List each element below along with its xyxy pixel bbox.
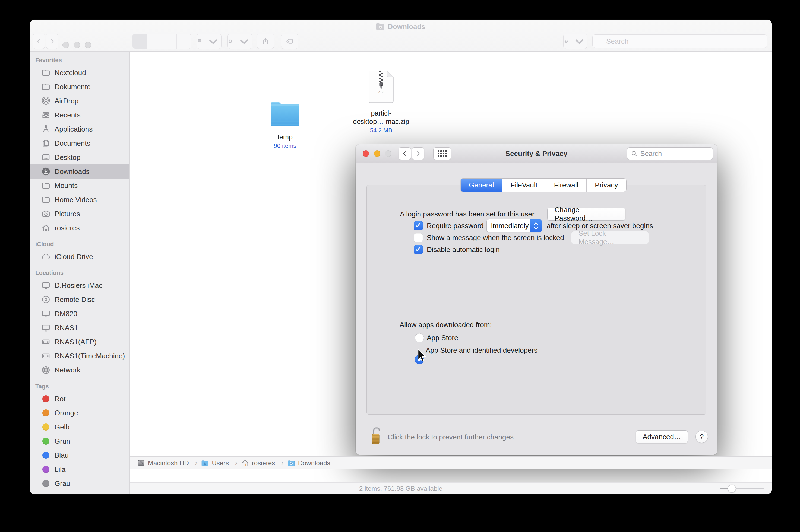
sidebar-item-label: RNAS1(TimeMachine) xyxy=(55,352,125,360)
forward-button[interactable] xyxy=(412,147,424,160)
chevron-down-icon xyxy=(205,34,221,49)
sidebar-item[interactable]: Applications xyxy=(30,122,130,136)
check-icon: ✓ xyxy=(415,222,422,229)
tab[interactable]: FileVault xyxy=(502,178,546,192)
action-menu-button[interactable] xyxy=(227,34,253,49)
sidebar-item-icon xyxy=(41,365,51,375)
sidebar-item-icon xyxy=(41,125,51,134)
zip-file-icon: ZIP xyxy=(368,71,394,103)
prefs-search-field[interactable]: Search xyxy=(627,147,713,160)
sidebar-item[interactable]: Network xyxy=(30,363,130,377)
sidebar-item-label: DM820 xyxy=(55,309,77,318)
sidebar-item[interactable]: DM820 xyxy=(30,307,130,321)
file-temp-folder[interactable]: temp 90 items xyxy=(244,100,326,150)
column-view-button[interactable] xyxy=(162,34,176,49)
app-store-radio[interactable] xyxy=(415,333,424,342)
sidebar-item[interactable]: Documents xyxy=(30,136,130,150)
chevron-down-icon xyxy=(236,34,252,49)
sidebar-tag-item[interactable]: Lila xyxy=(30,462,130,476)
sidebar-section-tags: Tags Rot Orange Gelb Grün Blau Lila xyxy=(30,381,130,491)
sidebar-item[interactable]: Downloads xyxy=(30,165,130,178)
group-by-button[interactable] xyxy=(197,34,222,49)
tab[interactable]: Firewall xyxy=(546,178,587,192)
sidebar-tag-item[interactable]: Gelb xyxy=(30,420,130,434)
help-button[interactable]: ? xyxy=(695,431,708,443)
sidebar-item[interactable]: Mounts xyxy=(30,178,130,193)
sidebar-item-icon xyxy=(41,351,51,361)
sidebar-tag-item[interactable]: Rot xyxy=(30,392,130,406)
close-button[interactable] xyxy=(62,42,69,48)
show-all-button[interactable] xyxy=(433,147,451,160)
mouse-cursor xyxy=(417,349,427,363)
sidebar-item-label: Recents xyxy=(55,111,80,119)
slider-knob[interactable] xyxy=(728,484,736,493)
tab[interactable]: Privacy xyxy=(587,178,626,192)
file-size: 54.2 MB xyxy=(340,127,422,134)
tag-button[interactable] xyxy=(281,34,298,49)
icon-view-button[interactable] xyxy=(132,34,147,49)
sidebar-item[interactable]: Dokumente xyxy=(30,80,130,94)
sidebar-tag-item[interactable]: Grün xyxy=(30,434,130,448)
sidebar-section-title: Locations xyxy=(30,267,130,278)
show-message-checkbox[interactable]: ✓ xyxy=(414,233,423,242)
sidebar-item[interactable]: AirDrop xyxy=(30,94,130,108)
sidebar-item[interactable]: RNAS1(TimeMachine) xyxy=(30,349,130,363)
stepper-icon xyxy=(530,219,542,232)
search-field[interactable]: Search xyxy=(592,35,767,48)
advanced-button[interactable]: Advanced… xyxy=(636,430,688,443)
change-password-button[interactable]: Change Password… xyxy=(547,208,626,221)
sidebar-item[interactable]: Desktop xyxy=(30,150,130,165)
tab[interactable]: General xyxy=(460,178,502,192)
tag-color-dot xyxy=(42,452,50,459)
sidebar-item-icon xyxy=(41,337,51,346)
path-segment[interactable]: Downloads xyxy=(287,459,340,467)
sidebar-item[interactable]: iCloud Drive xyxy=(30,250,130,264)
back-button[interactable] xyxy=(33,34,45,49)
forward-button[interactable] xyxy=(46,34,58,49)
file-name: temp xyxy=(244,133,326,141)
sidebar-item[interactable]: Nextcloud xyxy=(30,66,130,80)
list-view-button[interactable] xyxy=(147,34,162,49)
sidebar-item-icon xyxy=(41,281,51,290)
sidebar-item-label: D.Rosiers iMac xyxy=(55,281,103,290)
require-password-checkbox[interactable]: ✓ xyxy=(414,221,423,230)
path-segment[interactable]: Users › xyxy=(201,459,241,467)
path-segment-icon xyxy=(241,459,249,467)
sidebar-item-label: Blau xyxy=(55,451,69,460)
gallery-view-button[interactable] xyxy=(176,34,191,49)
disable-auto-login-checkbox[interactable]: ✓ xyxy=(414,245,423,254)
dropbox-icon xyxy=(563,37,569,45)
path-segment[interactable]: Macintosh HD › xyxy=(137,459,201,467)
tag-color-dot xyxy=(42,423,50,431)
unlock-icon[interactable] xyxy=(370,426,384,445)
path-segment-label: Macintosh HD xyxy=(148,459,189,467)
grid-icon xyxy=(438,150,447,157)
disable-auto-login-label: Disable automatic login xyxy=(427,243,500,256)
sidebar-tag-item[interactable]: Grau xyxy=(30,476,130,491)
sidebar-item[interactable]: Remote Disc xyxy=(30,292,130,307)
sidebar-item-label: Dokumente xyxy=(55,83,91,91)
window-controls xyxy=(62,42,91,48)
sidebar-item-icon xyxy=(41,195,51,204)
sidebar-item[interactable]: Recents xyxy=(30,108,130,122)
sidebar-tag-item[interactable]: Blau xyxy=(30,448,130,462)
zoom-button[interactable] xyxy=(85,42,91,48)
icon-size-slider[interactable] xyxy=(720,488,764,489)
file-name-line2: desktop…-mac.zip xyxy=(340,117,422,126)
dropbox-menu-button[interactable] xyxy=(563,34,587,49)
share-button[interactable] xyxy=(257,34,274,49)
require-password-delay-dropdown[interactable]: immediately xyxy=(486,219,542,232)
sidebar-item[interactable]: Pictures xyxy=(30,207,130,221)
sidebar-item[interactable]: D.Rosiers iMac xyxy=(30,278,130,292)
sidebar-item-icon xyxy=(41,223,51,232)
back-button[interactable] xyxy=(398,147,411,160)
password-set-label: A login password has been set for this u… xyxy=(400,208,535,221)
minimize-button[interactable] xyxy=(74,42,80,48)
path-segment[interactable]: rosieres › xyxy=(241,459,287,467)
sidebar-item[interactable]: Home Videos xyxy=(30,193,130,207)
sidebar-item[interactable]: rosieres xyxy=(30,221,130,235)
file-particl-zip[interactable]: ZIP particl- desktop…-mac.zip 54.2 MB xyxy=(340,71,422,134)
sidebar-item[interactable]: RNAS1(AFP) xyxy=(30,335,130,349)
sidebar-tag-item[interactable]: Orange xyxy=(30,406,130,420)
sidebar-item[interactable]: RNAS1 xyxy=(30,321,130,335)
